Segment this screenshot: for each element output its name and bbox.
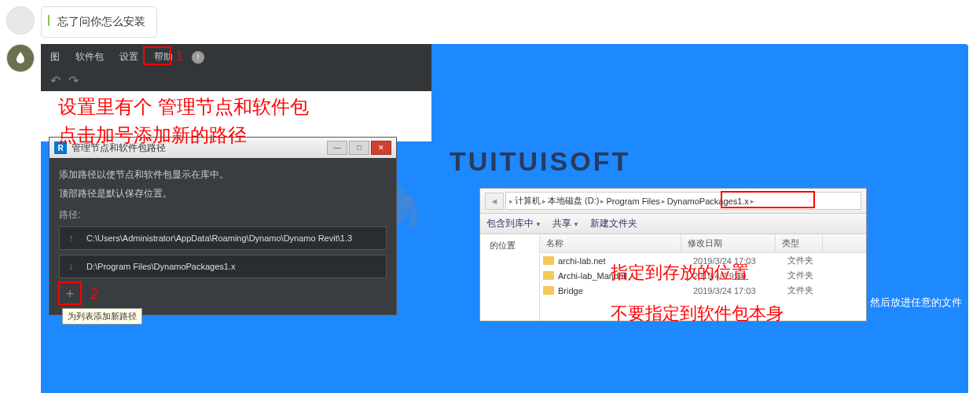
- paths-dialog: R 管理节点和软件包路径 — □ ✕ 添加路径以使节点和软件包显示在库中。 顶部…: [49, 137, 397, 315]
- watermark-text-en: TUITUISOFT: [450, 146, 630, 177]
- chevron-icon[interactable]: ▸: [509, 197, 513, 205]
- minimize-button[interactable]: —: [327, 141, 347, 155]
- path-1-text: C:\Users\Administrator\AppData\Roaming\D…: [82, 233, 386, 243]
- annotation-box-1: [143, 46, 171, 65]
- instruction-line-1: 设置里有个 管理节点和软件包: [58, 94, 309, 119]
- explorer-nav: ◄ ▸ 计算机 ▸ 本地磁盘 (D:) ▸ Program Files ▸ Dy…: [480, 189, 866, 214]
- undo-icon[interactable]: ↶: [50, 73, 61, 88]
- dynamo-window: 图 软件包 设置 帮助 ! 1 ↶ ↷ 设置里有个 管理节点和软件包 点击加号添…: [41, 44, 431, 141]
- explorer-files: 名称 修改日期 类型 archi-lab.net 2019/3/24 17:03…: [540, 234, 866, 321]
- path-2-text: D:\Program Files\DynamoPackages1.x: [82, 262, 386, 271]
- down-arrow-icon[interactable]: ↓: [60, 261, 82, 272]
- breadcrumb[interactable]: ▸ 计算机 ▸ 本地磁盘 (D:) ▸ Program Files ▸ Dyna…: [505, 192, 861, 210]
- avatar-1: [6, 6, 35, 35]
- message-1-text: 忘了问你怎么安装: [57, 15, 145, 28]
- path-label: 路径:: [59, 208, 387, 222]
- sidebar-item[interactable]: 的位置: [483, 237, 536, 254]
- up-arrow-icon[interactable]: ↑: [60, 233, 82, 244]
- file-row[interactable]: Bridge 2019/3/24 17:03 文件夹: [540, 283, 866, 298]
- info-icon[interactable]: !: [192, 51, 204, 64]
- annotation-box-2: [58, 281, 82, 305]
- file-type: 文件夹: [787, 270, 813, 281]
- share-button[interactable]: 共享▼: [552, 217, 579, 230]
- folder-icon: [543, 271, 554, 280]
- instruction-line-2: 点击加号添加新的路径: [58, 123, 247, 148]
- crumb-programfiles[interactable]: Program Files: [606, 196, 659, 206]
- annotation-box-3: [721, 191, 815, 208]
- chat-message-2: 图 软件包 设置 帮助 ! 1 ↶ ↷ 设置里有个 管理节点和软件包 点击加号添…: [0, 44, 980, 393]
- annotation-label-2: 2: [90, 286, 98, 303]
- file-explorer: ◄ ▸ 计算机 ▸ 本地磁盘 (D:) ▸ Program Files ▸ Dy…: [479, 188, 867, 321]
- maximize-button[interactable]: □: [349, 141, 369, 155]
- leaf-icon: [13, 50, 28, 66]
- message-bubble-1: 忘了问你怎么安装: [41, 6, 157, 38]
- chevron-icon[interactable]: ▸: [662, 197, 666, 205]
- col-name[interactable]: 名称: [540, 234, 681, 252]
- col-date[interactable]: 修改日期: [681, 234, 776, 252]
- crumb-disk[interactable]: 本地磁盘 (D:): [548, 195, 599, 207]
- menu-view[interactable]: 图: [50, 50, 60, 64]
- chat-message-1: 忘了问你怎么安装: [0, 6, 980, 38]
- dialog-desc-1: 添加路径以使节点和软件包显示在库中。: [59, 167, 387, 182]
- redo-icon[interactable]: ↷: [68, 73, 79, 88]
- include-library[interactable]: 包含到库中▼: [486, 217, 541, 230]
- instruction-overlay-2: 不要指定到软件包本身: [611, 302, 784, 325]
- path-row-2[interactable]: ↓ D:\Program Files\DynamoPackages1.x: [59, 255, 387, 278]
- explorer-toolbar: 包含到库中▼ 共享▼ 新建文件夹: [480, 214, 866, 234]
- menu-settings[interactable]: 设置: [119, 50, 138, 64]
- file-name: Bridge: [558, 286, 693, 296]
- menu-packages[interactable]: 软件包: [75, 50, 104, 64]
- avatar-2: [6, 44, 35, 72]
- path-row-1[interactable]: ↑ C:\Users\Administrator\AppData\Roaming…: [59, 226, 387, 250]
- folder-icon: [543, 256, 554, 265]
- file-type: 文件夹: [787, 255, 813, 266]
- chevron-icon[interactable]: ▸: [600, 197, 604, 205]
- explorer-sidebar: 的位置: [480, 234, 540, 321]
- close-button[interactable]: ✕: [371, 141, 391, 155]
- add-tooltip: 为列表添加新路径: [62, 308, 142, 325]
- dynamo-menubar: 图 软件包 设置 帮助 ! 1: [41, 44, 431, 70]
- annotation-label-1: 1: [176, 50, 183, 64]
- instruction-overlay-1: 指定到存放的位置: [611, 261, 749, 285]
- dialog-desc-2: 顶部路径是默认保存位置。: [59, 186, 387, 200]
- message-bubble-2: 图 软件包 设置 帮助 ! 1 ↶ ↷ 设置里有个 管理节点和软件包 点击加号添…: [41, 44, 968, 393]
- file-date: 2019/3/24 17:03: [693, 286, 787, 296]
- folder-icon: [543, 286, 554, 295]
- crumb-computer[interactable]: 计算机: [515, 195, 541, 207]
- chevron-icon[interactable]: ▸: [542, 197, 546, 205]
- col-type[interactable]: 类型: [776, 234, 823, 252]
- dynamo-toolbar: ↶ ↷: [41, 70, 431, 91]
- back-button[interactable]: ◄: [485, 193, 504, 210]
- file-type: 文件夹: [787, 285, 813, 296]
- new-folder-button[interactable]: 新建文件夹: [590, 217, 637, 230]
